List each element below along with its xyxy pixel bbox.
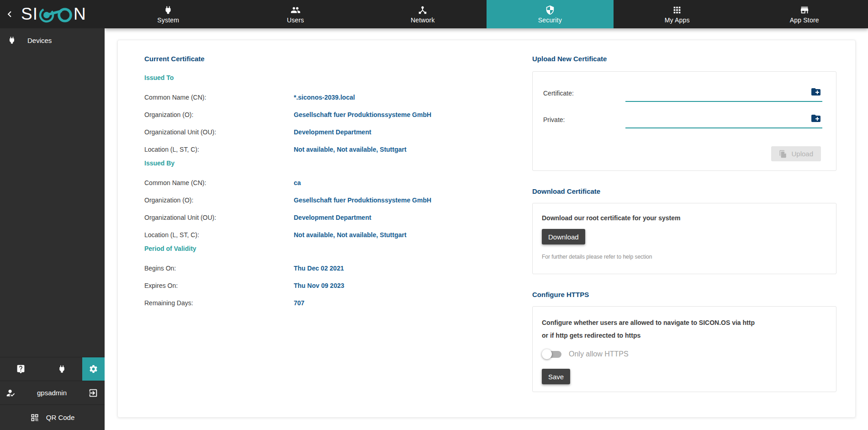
tab-label: System [157, 16, 179, 24]
https-section-title: Configure HTTPS [532, 291, 836, 298]
tab-label: Users [287, 16, 304, 24]
field-value: Development Department [294, 214, 371, 221]
download-button[interactable]: Download [542, 229, 585, 244]
cert-field-row: Begins On: Thu Dec 02 2021 [144, 265, 501, 272]
logo-link-icon [38, 4, 74, 25]
store-icon [799, 5, 810, 15]
download-section-title: Download Certificate [532, 187, 836, 195]
logout-button[interactable] [88, 388, 98, 398]
toggle-knob [542, 349, 552, 359]
file-copy-icon [779, 150, 787, 158]
private-key-file-input[interactable] [625, 110, 807, 127]
tab-security-active[interactable]: Security [487, 0, 614, 28]
download-button-label: Download [548, 233, 579, 241]
security-page-card: Current Certificate Issued To Common Nam… [117, 40, 856, 418]
field-label: Organizational Unit (OU): [144, 128, 294, 136]
cert-field-row: Remaining Days: 707 [144, 299, 501, 307]
field-label: Remaining Days: [144, 299, 294, 307]
qr-code-label: QR Code [46, 414, 75, 421]
apps-grid-icon [672, 5, 682, 15]
private-key-label: Private: [543, 116, 625, 128]
field-value: 707 [294, 299, 304, 307]
cert-field-row: Organization (O): Gesellschaft fuer Prod… [144, 111, 501, 118]
field-value: Not available, Not available, Stuttgart [294, 231, 407, 239]
only-https-toggle[interactable] [542, 349, 563, 359]
certificate-upload-row: Certificate: [543, 84, 822, 102]
field-label: Organizational Unit (OU): [144, 214, 294, 221]
chevron-left-icon [4, 8, 16, 20]
certificate-input-line [625, 84, 822, 102]
top-navigation: System Users Network Security My Apps Ap… [105, 0, 868, 28]
sidebar-header: SI N [0, 0, 105, 28]
tab-my-apps[interactable]: My Apps [614, 0, 741, 28]
field-value: Development Department [294, 128, 371, 136]
field-label: Common Name (CN): [144, 94, 294, 101]
plug-icon [163, 5, 173, 15]
sidebar-item-label: Devices [27, 37, 52, 44]
certificate-label: Certificate: [543, 90, 625, 102]
sidebar-item-devices[interactable]: Devices [0, 28, 105, 52]
user-check-icon [5, 388, 16, 398]
logout-icon [88, 388, 98, 398]
field-label: Begins On: [144, 265, 294, 272]
cert-field-row: Location (L, ST, C): Not available, Not … [144, 146, 501, 153]
tab-network[interactable]: Network [359, 0, 487, 28]
logo-text-suffix: N [74, 5, 86, 24]
plug-icon [7, 36, 16, 45]
plug-icon [57, 364, 67, 374]
configure-https-panel: Configure whether users are allowed to n… [532, 306, 836, 392]
field-label: Location (L, ST, C): [144, 231, 294, 239]
field-value: Gesellschaft fuer Produktionssysteme Gmb… [294, 111, 431, 118]
save-button-label: Save [548, 373, 564, 381]
issued-by-subheading: Issued By [144, 159, 501, 167]
tab-app-store[interactable]: App Store [741, 0, 868, 28]
shield-icon [545, 5, 555, 15]
folder-plus-icon [810, 86, 821, 97]
save-button[interactable]: Save [542, 369, 570, 384]
only-https-toggle-row: Only allow HTTPS [542, 349, 827, 359]
upload-certificate-panel: Certificate: Private: [532, 71, 836, 171]
cert-field-row: Common Name (CN): ca [144, 179, 501, 186]
devices-shortcut-button[interactable] [41, 357, 82, 381]
https-description-line2: or if http gets redirected to https [542, 329, 827, 342]
folder-plus-icon [810, 113, 821, 124]
tab-users[interactable]: Users [232, 0, 360, 28]
tab-label: Security [538, 16, 562, 24]
sidebar-user-row: gpsadmin [0, 381, 105, 404]
tab-system[interactable]: System [105, 0, 232, 28]
private-key-input-line [625, 110, 822, 128]
help-button[interactable] [0, 357, 41, 381]
private-key-upload-row: Private: [543, 110, 822, 128]
field-value: Thu Dec 02 2021 [294, 265, 344, 272]
tab-label: Network [411, 16, 435, 24]
upload-section-title: Upload New Certificate [532, 55, 836, 63]
sidebar-utility-row [0, 357, 105, 381]
cert-field-row: Organizational Unit (OU): Development De… [144, 128, 501, 136]
certificate-file-input[interactable] [625, 84, 807, 101]
download-description: Download our root certificate for your s… [542, 214, 827, 222]
browse-certificate-button[interactable] [810, 86, 821, 97]
qr-code-button[interactable]: QR Code [0, 404, 105, 430]
issued-to-subheading: Issued To [144, 74, 501, 81]
main-content: Current Certificate Issued To Common Nam… [105, 28, 868, 430]
field-label: Expires On: [144, 282, 294, 289]
collapse-sidebar-button[interactable] [0, 8, 19, 20]
tab-label: App Store [790, 16, 819, 24]
sidebar-spacer [0, 52, 105, 357]
section-title: Current Certificate [144, 55, 501, 63]
https-description-line1: Configure whether users are allowed to n… [542, 316, 827, 329]
right-column: Upload New Certificate Certificate: Priv… [532, 40, 836, 392]
field-value: ca [294, 179, 301, 186]
field-value: *.siconos-2039.local [294, 94, 355, 101]
https-description: Configure whether users are allowed to n… [542, 316, 827, 342]
cert-field-row: Expires On: Thu Nov 09 2023 [144, 282, 501, 289]
field-label: Organization (O): [144, 111, 294, 118]
download-certificate-panel: Download our root certificate for your s… [532, 203, 836, 274]
cert-field-row: Organizational Unit (OU): Development De… [144, 214, 501, 221]
only-https-toggle-label: Only allow HTTPS [569, 350, 629, 358]
period-of-validity-subheading: Period of Validity [144, 245, 501, 252]
browse-private-key-button[interactable] [810, 113, 821, 124]
sidebar: SI N Devices gpsadmin [0, 0, 105, 430]
settings-button-active[interactable] [82, 357, 105, 381]
upload-button-disabled[interactable]: Upload [771, 146, 821, 161]
